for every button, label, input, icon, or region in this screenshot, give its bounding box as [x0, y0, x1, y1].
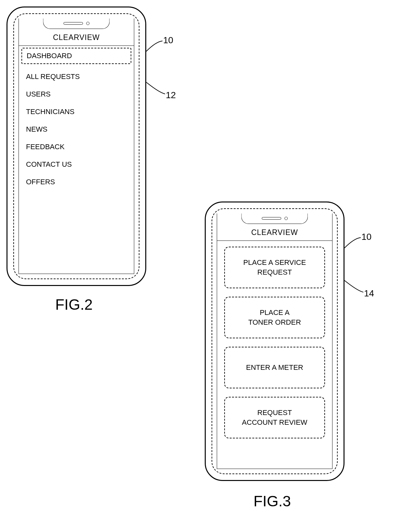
menu-item-offers[interactable]: OFFERS [21, 173, 131, 191]
tile-toner-order[interactable]: PLACE ATONER ORDER [224, 297, 325, 338]
menu-item-news[interactable]: NEWS [21, 121, 131, 138]
speaker-icon [63, 22, 83, 25]
fig2-screen: CLEARVIEW DASHBOARD ALL REQUESTS USERS T… [19, 19, 134, 274]
tile-account-review[interactable]: REQUESTACCOUNT REVIEW [224, 397, 325, 438]
fig3-app-title: CLEARVIEW [217, 225, 332, 241]
menu-item-all-requests[interactable]: ALL REQUESTS [21, 68, 131, 85]
fig2-phone-inner: CLEARVIEW DASHBOARD ALL REQUESTS USERS T… [13, 13, 139, 279]
fig2-app-title: CLEARVIEW [19, 30, 134, 46]
fig3-phone-inner: CLEARVIEW PLACE A SERVICEREQUEST PLACE A… [212, 208, 338, 474]
fig2-notch [43, 19, 110, 29]
menu-item-contact-us[interactable]: CONTACT US [21, 156, 131, 173]
tile-enter-meter[interactable]: ENTER A METER [224, 347, 325, 388]
menu-item-technicians[interactable]: TECHNICIANS [21, 103, 131, 121]
fig3-tiles: PLACE A SERVICEREQUEST PLACE ATONER ORDE… [217, 241, 332, 444]
fig3-screen: CLEARVIEW PLACE A SERVICEREQUEST PLACE A… [217, 214, 332, 469]
menu-item-dashboard[interactable]: DASHBOARD [21, 48, 131, 64]
speaker-icon [262, 217, 281, 220]
fig3-caption: FIG.3 [254, 492, 291, 510]
fig2-phone-outer: CLEARVIEW DASHBOARD ALL REQUESTS USERS T… [6, 6, 146, 286]
fig2-caption: FIG.2 [55, 296, 93, 313]
camera-icon [86, 22, 89, 25]
menu-item-feedback[interactable]: FEEDBACK [21, 138, 131, 156]
fig2-menu: DASHBOARD ALL REQUESTS USERS TECHNICIANS… [19, 46, 134, 193]
camera-icon [284, 217, 288, 220]
patent-drawing-page: CLEARVIEW DASHBOARD ALL REQUESTS USERS T… [0, 0, 403, 532]
tile-service-request[interactable]: PLACE A SERVICEREQUEST [224, 247, 325, 288]
menu-item-users[interactable]: USERS [21, 85, 131, 103]
fig3-notch [241, 214, 308, 224]
fig3-phone-outer: CLEARVIEW PLACE A SERVICEREQUEST PLACE A… [205, 201, 344, 481]
